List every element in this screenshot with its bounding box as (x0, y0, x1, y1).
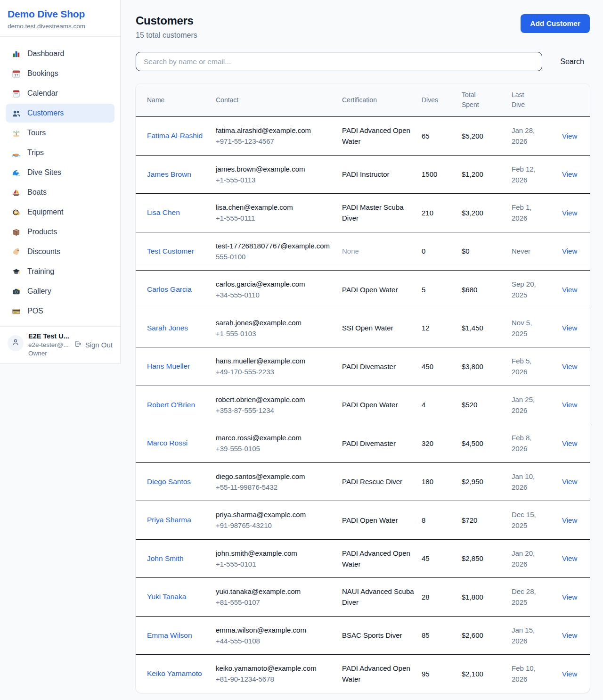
customer-phone: +81-90-1234-5678 (216, 674, 334, 684)
app-root: Demo Dive Shop demo.test.divestreams.com… (0, 0, 603, 700)
sidebar-item-training[interactable]: Training (6, 262, 114, 281)
customer-last-dive: Feb 5, 2026 (512, 355, 541, 378)
view-customer-link[interactable]: View (562, 132, 577, 140)
customer-dives: 28 (422, 593, 430, 601)
sidebar-item-label: Tours (27, 129, 46, 137)
view-customer-link[interactable]: View (562, 516, 577, 524)
view-customer-link[interactable]: View (562, 362, 577, 371)
sidebar-item-label: Boats (27, 188, 47, 197)
sidebar-item-bookings[interactable]: 17 Bookings (6, 64, 114, 83)
search-input[interactable] (136, 52, 542, 71)
sidebar-nav: Dashboard 17 Bookings Calendar Customers… (0, 37, 120, 326)
customer-phone: +1-555-0111 (216, 213, 334, 223)
svg-text:17: 17 (14, 73, 18, 77)
customer-name-link[interactable]: James Brown (147, 169, 191, 180)
customer-row: John Smith john.smith@example.com +1-555… (136, 539, 590, 578)
view-customer-link[interactable]: View (562, 170, 577, 178)
logout-icon (74, 340, 82, 349)
sidebar-item-trips[interactable]: Trips (6, 143, 114, 162)
customer-total-spent: $520 (462, 401, 477, 409)
customer-last-dive: Dec 15, 2025 (512, 509, 541, 531)
customer-phone: 555-0100 (216, 251, 334, 262)
sidebar-item-customers[interactable]: Customers (6, 104, 114, 123)
customer-count: 15 total customers (136, 31, 197, 40)
customer-name-link[interactable]: Robert O'Brien (147, 399, 195, 411)
customer-email: sarah.jones@example.com (216, 317, 334, 328)
customer-phone: +39-555-0105 (216, 443, 334, 454)
view-customer-link[interactable]: View (562, 439, 577, 447)
customer-dives: 320 (422, 439, 433, 447)
view-customer-link[interactable]: View (562, 247, 577, 255)
customer-phone: +971-55-123-4567 (216, 136, 334, 147)
column-header-name: Name (136, 83, 216, 117)
customer-last-dive: Jan 28, 2026 (512, 125, 541, 147)
view-customer-link[interactable]: View (562, 324, 577, 332)
sidebar-item-label: Dashboard (27, 49, 64, 58)
view-customer-link[interactable]: View (562, 631, 577, 639)
customer-row: Robert O'Brien robert.obrien@example.com… (136, 386, 590, 424)
view-customer-link[interactable]: View (562, 478, 577, 486)
view-customer-link[interactable]: View (562, 286, 577, 294)
customer-email: lisa.chen@example.com (216, 202, 334, 213)
customer-name-link[interactable]: Fatima Al-Rashid (147, 130, 203, 141)
customer-dives: 95 (422, 670, 430, 678)
customer-certification: SSI Open Water (342, 324, 393, 332)
customer-total-spent: $680 (462, 286, 477, 294)
view-customer-link[interactable]: View (562, 554, 577, 562)
sidebar-item-label: Trips (27, 148, 44, 157)
customer-name-link[interactable]: Yuki Tanaka (147, 591, 186, 602)
sidebar-item-equipment[interactable]: Equipment (6, 203, 114, 222)
customer-name-link[interactable]: Keiko Yamamoto (147, 668, 202, 679)
customer-dives: 210 (422, 209, 433, 217)
customer-name-link[interactable]: John Smith (147, 553, 184, 564)
customer-certification: PADI Rescue Diver (342, 478, 402, 486)
customer-name-link[interactable]: Lisa Chen (147, 207, 180, 218)
customers-table-card: Name Contact Certification Dives Total S… (136, 83, 590, 693)
sidebar-item-label: Equipment (27, 208, 64, 216)
title-block: Customers 15 total customers (136, 14, 197, 40)
customer-name-link[interactable]: Marco Rossi (147, 437, 187, 449)
customer-name-link[interactable]: Emma Wilson (147, 630, 192, 641)
customer-email: emma.wilson@example.com (216, 625, 334, 635)
customer-name-link[interactable]: Test Customer (147, 246, 194, 257)
customer-certification: PADI Open Water (342, 516, 398, 524)
customer-name-link[interactable]: Diego Santos (147, 476, 191, 487)
user-name: E2E Test U... (28, 332, 69, 340)
customer-certification: PADI Advanced Open Water (342, 549, 410, 568)
add-customer-button[interactable]: Add Customer (521, 14, 590, 33)
view-customer-link[interactable]: View (562, 401, 577, 409)
shop-domain: demo.test.divestreams.com (8, 23, 113, 30)
sign-out-button[interactable]: Sign Out (74, 340, 113, 349)
search-button[interactable]: Search (554, 54, 590, 70)
customer-phone: +49-170-555-2233 (216, 366, 334, 377)
view-customer-link[interactable]: View (562, 593, 577, 601)
customer-dives: 65 (422, 132, 430, 140)
sidebar-item-dive-sites[interactable]: Dive Sites (6, 163, 114, 182)
sidebar-item-products[interactable]: Products (6, 222, 114, 241)
column-header-contact: Contact (216, 83, 342, 117)
customer-certification: BSAC Sports Diver (342, 631, 402, 639)
sidebar-item-pos[interactable]: POS (6, 302, 114, 321)
customer-total-spent: $0 (462, 247, 470, 255)
sidebar-item-dashboard[interactable]: Dashboard (6, 44, 114, 63)
customer-certification: NAUI Advanced Scuba Diver (342, 587, 414, 606)
customer-name-link[interactable]: Priya Sharma (147, 514, 191, 526)
view-customer-link[interactable]: View (562, 670, 577, 678)
customer-name-link[interactable]: Sarah Jones (147, 322, 188, 334)
customer-email: test-1772681807767@example.com (216, 240, 334, 251)
customer-name-link[interactable]: Hans Mueller (147, 361, 190, 372)
customer-last-dive: Never (512, 246, 530, 256)
customer-phone: +91-98765-43210 (216, 520, 334, 531)
sidebar-item-tours[interactable]: Tours (6, 124, 114, 142)
sidebar-item-boats[interactable]: Boats (6, 183, 114, 202)
sidebar-item-discounts[interactable]: Discounts (6, 242, 114, 261)
customer-total-spent: $2,600 (462, 631, 483, 639)
customer-row: Sarah Jones sarah.jones@example.com +1-5… (136, 309, 590, 347)
sidebar-item-calendar[interactable]: Calendar (6, 84, 114, 103)
sidebar-item-gallery[interactable]: Gallery (6, 282, 114, 301)
customer-email: diego.santos@example.com (216, 471, 334, 482)
customer-name-link[interactable]: Carlos Garcia (147, 284, 192, 295)
customer-last-dive: Jan 15, 2026 (512, 625, 541, 647)
sidebar-item-label: Dive Sites (27, 168, 61, 177)
view-customer-link[interactable]: View (562, 209, 577, 217)
